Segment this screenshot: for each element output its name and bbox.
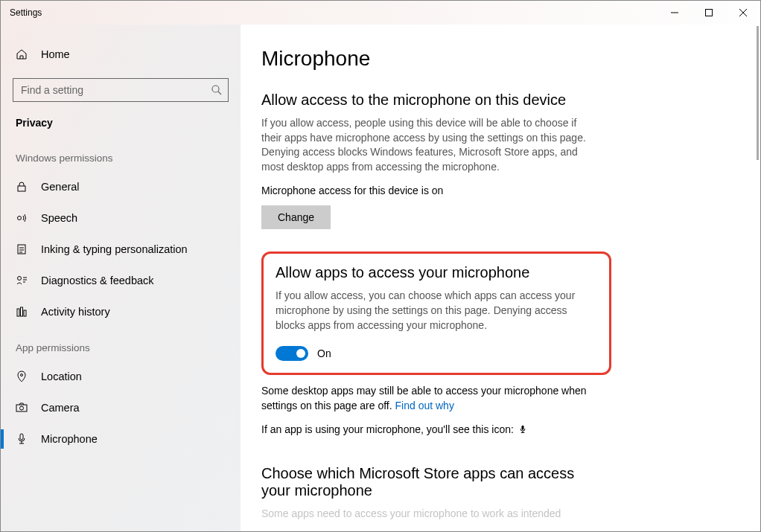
svg-rect-13 <box>521 426 523 430</box>
scrollbar[interactable] <box>757 26 759 160</box>
find-out-why-link[interactable]: Find out why <box>395 400 454 411</box>
search-icon <box>211 84 223 96</box>
sidebar: Home Privacy Windows permissions General… <box>1 25 241 532</box>
sidebar-item-inking[interactable]: Inking & typing personalization <box>1 234 241 265</box>
content-area[interactable]: Microphone Allow access to the microphon… <box>241 25 760 532</box>
section2-body: If you allow access, you can choose whic… <box>276 289 597 333</box>
mic-in-use-text: If an app is using your microphone, you'… <box>261 423 514 435</box>
change-button[interactable]: Change <box>261 205 331 229</box>
section2-heading: Allow apps to access your microphone <box>276 264 597 281</box>
home-label: Home <box>41 48 70 60</box>
mic-in-use-line: If an app is using your microphone, you'… <box>261 423 760 435</box>
svg-rect-8 <box>24 310 26 316</box>
svg-rect-2 <box>18 186 25 191</box>
search-input[interactable] <box>13 78 229 102</box>
close-button[interactable] <box>726 1 760 25</box>
sidebar-item-label: Microphone <box>41 433 98 445</box>
location-icon <box>16 371 28 382</box>
titlebar: Settings <box>1 1 760 25</box>
camera-icon <box>16 402 28 414</box>
lock-icon <box>16 181 28 193</box>
sidebar-item-label: General <box>41 181 80 193</box>
highlight-box: Allow apps to access your microphone If … <box>261 251 611 375</box>
sidebar-item-label: Camera <box>41 402 80 414</box>
svg-rect-6 <box>17 309 19 316</box>
sidebar-item-label: Activity history <box>41 306 110 318</box>
allow-apps-toggle[interactable] <box>276 346 308 361</box>
section-windows-permissions: Windows permissions <box>1 138 241 171</box>
section1-body: If you allow access, people using this d… <box>261 116 589 174</box>
sidebar-item-general[interactable]: General <box>1 171 241 202</box>
svg-point-9 <box>21 374 23 376</box>
sidebar-item-location[interactable]: Location <box>1 361 241 392</box>
sidebar-item-label: Inking & typing personalization <box>41 243 188 255</box>
svg-rect-7 <box>21 307 23 316</box>
svg-point-1 <box>212 86 219 92</box>
toggle-state-label: On <box>317 347 331 359</box>
svg-rect-0 <box>706 10 713 16</box>
feedback-icon <box>16 275 28 286</box>
page-title: Microphone <box>261 47 760 71</box>
svg-rect-10 <box>16 405 27 411</box>
sidebar-item-activity[interactable]: Activity history <box>1 296 241 327</box>
microphone-icon <box>16 433 28 445</box>
sidebar-item-label: Speech <box>41 212 77 224</box>
sidebar-item-speech[interactable]: Speech <box>1 202 241 234</box>
section-app-permissions: App permissions <box>1 327 241 361</box>
speech-icon <box>16 212 28 224</box>
sidebar-item-camera[interactable]: Camera <box>1 392 241 423</box>
clipboard-icon <box>16 243 28 255</box>
device-access-status: Microphone access for this device is on <box>261 185 760 196</box>
minimize-button[interactable] <box>657 1 692 25</box>
svg-rect-12 <box>20 434 23 440</box>
allow-apps-toggle-row: On <box>276 346 597 361</box>
home-nav[interactable]: Home <box>1 41 241 68</box>
sidebar-item-label: Diagnostics & feedback <box>41 275 154 286</box>
window-title: Settings <box>10 7 42 18</box>
svg-point-3 <box>18 217 22 220</box>
window-buttons <box>657 1 760 25</box>
breadcrumb: Privacy <box>1 102 241 138</box>
search-wrap <box>13 78 229 102</box>
section1-heading: Allow access to the microphone on this d… <box>261 92 760 109</box>
section3-body: Some apps need to access your microphone… <box>261 507 589 522</box>
svg-point-11 <box>20 406 24 410</box>
sidebar-item-label: Location <box>41 371 82 382</box>
sidebar-item-diagnostics[interactable]: Diagnostics & feedback <box>1 265 241 296</box>
activity-icon <box>16 306 28 318</box>
sidebar-item-microphone[interactable]: Microphone <box>1 423 241 455</box>
svg-point-5 <box>18 277 22 281</box>
desktop-apps-note: Some desktop apps may still be able to a… <box>261 384 589 413</box>
maximize-button[interactable] <box>692 1 726 25</box>
section3-heading: Choose which Microsoft Store apps can ac… <box>261 465 589 499</box>
home-icon <box>16 48 28 60</box>
microphone-status-icon <box>518 424 527 435</box>
